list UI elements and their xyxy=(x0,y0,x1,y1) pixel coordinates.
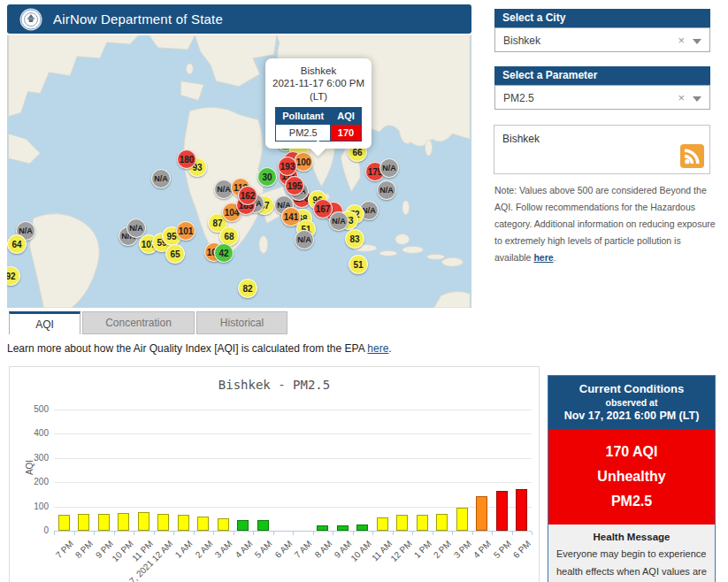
map-marker-value: 95 xyxy=(166,232,176,241)
x-tick-label: 7 AM xyxy=(293,539,314,560)
x-axis-tick xyxy=(173,532,174,535)
tab-historical[interactable]: Historical xyxy=(196,311,287,334)
chart-bar[interactable] xyxy=(157,514,169,531)
map-marker[interactable]: 42 xyxy=(214,243,234,263)
chart-bar[interactable] xyxy=(396,515,408,531)
map-marker[interactable]: 30 xyxy=(257,167,277,187)
popup-aqi-table: Pollutant AQI PM2.5 170 xyxy=(275,107,362,142)
x-axis-tick xyxy=(433,532,433,535)
note-text: Note: Values above 500 are considered Be… xyxy=(494,182,716,265)
chart-bar[interactable] xyxy=(377,517,388,531)
chart-bar[interactable] xyxy=(516,489,527,531)
conditions-aqi-value: 170 AQI xyxy=(552,440,711,464)
chart-bar[interactable] xyxy=(317,525,328,531)
tab-concentration[interactable]: Concentration xyxy=(82,311,195,334)
map-marker-value: 65 xyxy=(170,249,180,259)
map-marker-value: 30 xyxy=(262,172,272,182)
x-tick-label: 12 PM xyxy=(388,539,413,563)
chart-bar[interactable] xyxy=(496,491,508,531)
x-axis-tick xyxy=(74,532,75,535)
x-axis-tick xyxy=(234,532,234,535)
city-select[interactable]: Bishkek × xyxy=(494,27,710,52)
x-axis-tick xyxy=(393,532,394,535)
chart-bar[interactable] xyxy=(417,515,428,531)
chart-bar[interactable] xyxy=(98,514,110,531)
world-map[interactable]: N/A6492N/A93180N/AN/A1075995101658710468… xyxy=(7,35,471,308)
learn-more-text: Learn more about how the Air Quality Ind… xyxy=(7,342,392,355)
map-marker[interactable]: N/A xyxy=(377,180,396,200)
map-marker[interactable]: 162 xyxy=(238,186,257,205)
learn-more-here-link[interactable]: here xyxy=(367,342,388,355)
map-marker[interactable]: 193 xyxy=(278,157,297,176)
parameter-clear-icon[interactable]: × xyxy=(678,91,685,104)
chart-bar[interactable] xyxy=(78,514,89,531)
x-tick-label: 8 PM xyxy=(73,539,95,560)
x-axis-tick xyxy=(412,532,413,535)
chart-bar[interactable] xyxy=(257,520,269,531)
conditions-datetime: Nov 17, 2021 6:00 PM (LT) xyxy=(552,410,711,422)
chart-bar[interactable] xyxy=(436,514,448,531)
popup-pollutant-value: PM2.5 xyxy=(276,125,331,142)
tab-aqi[interactable]: AQI xyxy=(9,311,80,334)
y-tick-label: 0 xyxy=(11,525,49,535)
popup-timezone: (LT) xyxy=(269,90,368,103)
chart-bar[interactable] xyxy=(58,515,70,531)
chart-bar[interactable] xyxy=(237,520,249,531)
x-tick-label: 5 PM xyxy=(492,539,513,560)
map-marker-value: 68 xyxy=(224,232,234,241)
feed-city-label: Bishkek xyxy=(502,133,540,145)
chart-bar[interactable] xyxy=(476,496,487,531)
map-marker[interactable]: 83 xyxy=(345,229,364,249)
map-marker-value: 82 xyxy=(242,284,252,294)
health-message-text: Everyone may begin to experience health … xyxy=(556,546,707,582)
x-tick-label: 2 PM xyxy=(432,539,453,560)
city-chevron-down-icon[interactable] xyxy=(693,39,701,49)
chart-bar[interactable] xyxy=(178,515,189,531)
y-tick-label: 400 xyxy=(11,428,49,438)
chart-bar[interactable] xyxy=(356,525,368,531)
map-marker[interactable]: N/A xyxy=(151,169,171,188)
parameter-chevron-down-icon[interactable] xyxy=(693,96,701,106)
map-marker[interactable]: 195 xyxy=(285,176,304,195)
x-tick-label: 2 AM xyxy=(194,539,215,560)
chart-bar[interactable] xyxy=(456,508,468,531)
conditions-category: Unhealthy xyxy=(552,464,711,489)
map-marker[interactable]: N/A xyxy=(379,158,399,178)
map-marker[interactable]: 180 xyxy=(177,149,196,169)
aqi-chart-card: Bishkek - PM2.5 AQI 01002003004005007 PM… xyxy=(9,366,540,582)
parameter-select[interactable]: PM2.5 × xyxy=(494,85,710,110)
map-landmass xyxy=(7,35,471,308)
x-axis-tick xyxy=(54,532,55,535)
chart-bar[interactable] xyxy=(138,512,149,531)
x-tick-label: 4 PM xyxy=(471,539,493,560)
learn-more-body: Learn more about how the Air Quality Ind… xyxy=(7,342,367,355)
chart-bar[interactable] xyxy=(218,518,229,531)
rss-feed-button[interactable] xyxy=(680,144,704,168)
chart-gridline xyxy=(54,433,532,434)
x-axis-tick xyxy=(273,532,274,535)
map-marker[interactable]: N/A xyxy=(329,211,349,231)
note-here-link[interactable]: here xyxy=(533,252,553,263)
parameter-select-value: PM2.5 xyxy=(503,92,534,104)
chart-bar[interactable] xyxy=(118,513,129,531)
current-conditions-panel: Current Conditions observed at Nov 17, 2… xyxy=(548,375,716,582)
x-tick-label: 3 PM xyxy=(452,539,473,560)
conditions-pollutant: PM2.5 xyxy=(552,489,711,514)
map-marker[interactable]: 101 xyxy=(176,221,195,241)
map-marker[interactable]: 65 xyxy=(165,244,185,264)
chart-bar[interactable] xyxy=(337,525,349,531)
x-axis-tick xyxy=(472,532,473,535)
popup-aqi-value: 170 xyxy=(331,125,362,142)
city-clear-icon[interactable]: × xyxy=(678,34,685,47)
x-tick-label: 10 PM xyxy=(110,539,134,563)
conditions-title: Current Conditions xyxy=(552,382,711,395)
map-marker-value: 100 xyxy=(296,157,311,167)
x-axis-tick xyxy=(353,532,354,535)
map-marker[interactable]: 82 xyxy=(238,279,257,298)
map-marker[interactable]: N/A xyxy=(295,230,314,249)
map-marker[interactable]: 64 xyxy=(7,234,27,254)
select-city-header: Select a City xyxy=(494,9,710,27)
chart-bar[interactable] xyxy=(197,517,209,531)
map-marker-value: 162 xyxy=(241,191,256,201)
map-marker[interactable]: 51 xyxy=(349,255,368,274)
